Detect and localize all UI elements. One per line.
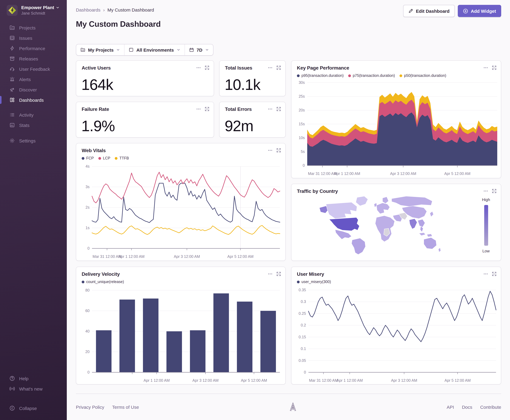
country-india bbox=[409, 219, 417, 229]
legend-item[interactable]: user_misery(300) bbox=[297, 280, 331, 284]
map-gradient-bar bbox=[484, 205, 488, 246]
key-page-performance-chart[interactable]: 05s10s15s20s25s30sMar 31 12:00 AMApr 1 1… bbox=[291, 61, 502, 179]
svg-text:Apr 5 12:00 AM: Apr 5 12:00 AM bbox=[444, 378, 471, 382]
legend-dot bbox=[98, 157, 101, 160]
sidebar-item-alerts[interactable]: Alerts bbox=[0, 74, 67, 84]
widget-title: Traffic by Country bbox=[297, 189, 338, 194]
svg-text:2s: 2s bbox=[86, 205, 89, 209]
map-legend: High Low bbox=[478, 197, 494, 253]
breadcrumb-dashboards-link[interactable]: Dashboards bbox=[76, 7, 101, 12]
legend-item[interactable]: p50(transaction.duration) bbox=[399, 74, 446, 78]
widget-traffic-by-country: Traffic by Country bbox=[291, 184, 501, 261]
legend-item[interactable]: p95(transaction.duration) bbox=[297, 74, 344, 78]
svg-text:5s: 5s bbox=[301, 150, 305, 154]
widget-options-button[interactable] bbox=[268, 148, 273, 153]
widget-options-button[interactable] bbox=[483, 65, 488, 70]
legend-label: p50(transaction.duration) bbox=[404, 74, 446, 78]
world-map-choropleth[interactable] bbox=[306, 192, 443, 256]
org-logo-icon bbox=[7, 5, 18, 16]
terms-of-use-link[interactable]: Terms of Use bbox=[112, 404, 139, 410]
svg-text:Apr 5 12:00 AM: Apr 5 12:00 AM bbox=[241, 378, 267, 382]
sentry-dashboard-app: Empower Plant Jane Schmidt ProjectsIssue… bbox=[0, 0, 510, 420]
stack-icon bbox=[9, 35, 15, 41]
sidebar-item-label: What's new bbox=[19, 386, 43, 391]
privacy-policy-link[interactable]: Privacy Policy bbox=[76, 404, 104, 410]
sidebar-item-performance[interactable]: Performance bbox=[0, 43, 67, 53]
widget-options-button[interactable] bbox=[483, 271, 488, 276]
page-title: My Custom Dashboard bbox=[76, 19, 161, 29]
legend-item[interactable]: count_unique(release) bbox=[82, 280, 124, 284]
environment-filter[interactable]: All Environments bbox=[124, 44, 185, 55]
widget-expand-button[interactable] bbox=[276, 107, 281, 112]
sidebar-item-label: Projects bbox=[19, 25, 36, 30]
widget-expand-button[interactable] bbox=[276, 65, 281, 70]
sidebar-item-stats[interactable]: Stats bbox=[0, 120, 67, 130]
page-footer: Privacy Policy Terms of Use API Docs Con… bbox=[76, 394, 501, 420]
legend-item[interactable]: FCP bbox=[82, 156, 94, 160]
svg-text:25s: 25s bbox=[299, 94, 305, 98]
svg-text:10s: 10s bbox=[299, 135, 305, 140]
widget-options-button[interactable] bbox=[196, 65, 201, 70]
widget-expand-button[interactable] bbox=[276, 148, 281, 153]
expand-icon bbox=[277, 66, 281, 70]
svg-text:Mar 31 12:00 AM: Mar 31 12:00 AM bbox=[308, 172, 337, 176]
web-vitals-chart[interactable]: 01s2s3s4sMar 31 12:00 AMApr 1 12:00 AMAp… bbox=[76, 143, 286, 261]
widget-expand-button[interactable] bbox=[492, 189, 497, 194]
country-australia bbox=[424, 238, 436, 249]
svg-text:0: 0 bbox=[303, 163, 305, 167]
date-range-filter[interactable]: 7D bbox=[185, 44, 213, 55]
legend-item[interactable]: TTFB bbox=[115, 156, 129, 160]
sidebar-item-user-feedback[interactable]: User Feedback bbox=[0, 64, 67, 74]
user-name: Jane Schmidt bbox=[21, 11, 60, 15]
svg-text:20s: 20s bbox=[299, 108, 305, 112]
svg-text:Apr 3 12:00 AM: Apr 3 12:00 AM bbox=[391, 378, 417, 382]
widget-expand-button[interactable] bbox=[205, 65, 209, 70]
ellipsis-icon bbox=[484, 66, 488, 70]
svg-text:Apr 3 12:00 AM: Apr 3 12:00 AM bbox=[174, 254, 200, 259]
sidebar-item-whats-new[interactable]: What's new bbox=[0, 383, 67, 394]
sidebar-item-dashboards[interactable]: Dashboards bbox=[0, 95, 67, 105]
svg-text:Apr 3 12:00 AM: Apr 3 12:00 AM bbox=[192, 378, 219, 382]
svg-text:4s: 4s bbox=[86, 164, 89, 168]
widget-active-users: Active Users 164k bbox=[76, 60, 214, 96]
expand-icon bbox=[492, 272, 496, 276]
api-link[interactable]: API bbox=[447, 404, 454, 410]
svg-text:0.15: 0.15 bbox=[299, 335, 306, 339]
svg-text:15s: 15s bbox=[299, 122, 305, 126]
sidebar-item-help[interactable]: Help bbox=[0, 373, 67, 383]
legend-label: TTFB bbox=[119, 156, 129, 160]
user-misery-chart[interactable]: 00.050.10.150.20.250.30.35Mar 31 12:00 A… bbox=[291, 267, 502, 385]
sidebar-item-activity[interactable]: Activity bbox=[0, 110, 67, 120]
legend-item[interactable]: LCP bbox=[98, 156, 110, 160]
add-widget-button[interactable]: Add Widget bbox=[458, 5, 501, 17]
widget-title: Delivery Velocity bbox=[82, 271, 120, 277]
widget-expand-button[interactable] bbox=[276, 271, 281, 276]
delivery-velocity-chart[interactable]: 020406080Apr 1 12:00 AMApr 3 12:00 AMApr… bbox=[76, 267, 286, 385]
widget-total-issues: Total Issues 10.1k bbox=[219, 60, 286, 96]
project-filter[interactable]: My Projects bbox=[76, 44, 124, 55]
contribute-link[interactable]: Contribute bbox=[480, 404, 501, 410]
svg-text:0: 0 bbox=[88, 370, 89, 374]
widget-expand-button[interactable] bbox=[492, 65, 497, 70]
date-range-value: 7D bbox=[197, 47, 202, 52]
widget-options-button[interactable] bbox=[196, 107, 201, 112]
sidebar-item-label: Performance bbox=[19, 46, 45, 51]
edit-dashboard-button[interactable]: Edit Dashboard bbox=[403, 5, 455, 17]
widget-options-button[interactable] bbox=[268, 271, 273, 276]
widget-options-button[interactable] bbox=[268, 65, 273, 70]
sidebar-item-label: Discover bbox=[19, 87, 37, 92]
widget-expand-button[interactable] bbox=[492, 271, 497, 276]
org-switcher[interactable]: Empower Plant Jane Schmidt bbox=[7, 5, 60, 16]
sidebar-item-issues[interactable]: Issues bbox=[0, 33, 67, 43]
sidebar-item-collapse[interactable]: Collapse bbox=[0, 403, 67, 413]
sidebar-item-projects[interactable]: Projects bbox=[0, 22, 67, 33]
sidebar-item-releases[interactable]: Releases bbox=[0, 53, 67, 64]
sidebar-item-discover[interactable]: Discover bbox=[0, 84, 67, 95]
country-japan bbox=[430, 211, 434, 217]
docs-link[interactable]: Docs bbox=[462, 404, 472, 410]
widget-expand-button[interactable] bbox=[205, 107, 209, 112]
sidebar-item-settings[interactable]: Settings bbox=[0, 135, 67, 146]
widget-options-button[interactable] bbox=[268, 107, 273, 112]
widget-options-button[interactable] bbox=[483, 189, 488, 194]
legend-item[interactable]: p75(transaction.duration) bbox=[348, 74, 395, 78]
